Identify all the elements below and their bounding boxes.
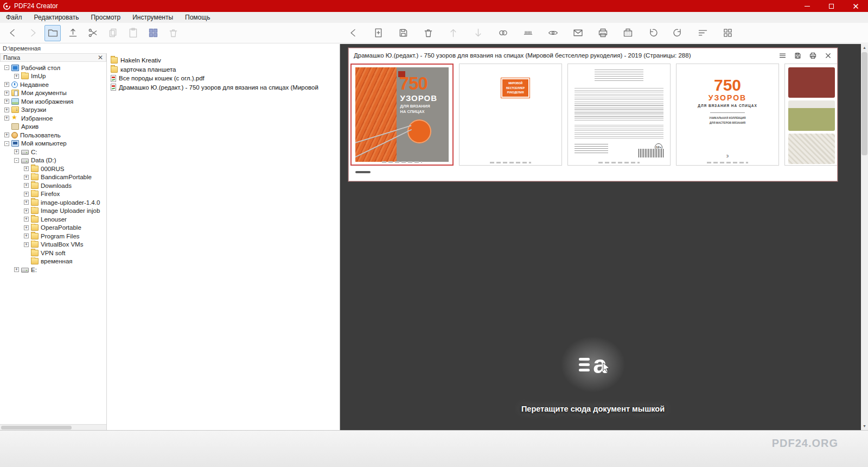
paste-button[interactable] (125, 25, 141, 41)
tree-expander-icon[interactable] (24, 192, 29, 197)
tree-expander-icon[interactable] (4, 82, 9, 87)
tree-item[interactable]: временная (0, 257, 106, 266)
page-thumbnail-1[interactable]: 750 УЗОРОВ ДЛЯ ВЯЗАНИЯ НА СПИЦАХ (350, 64, 454, 166)
menu-item[interactable]: Помощь (179, 12, 216, 23)
close-button[interactable]: ✕ (844, 0, 868, 12)
sort-button[interactable] (694, 25, 711, 41)
file-item[interactable]: Все породы кошек (с огл.).pdf (107, 74, 340, 83)
merge-button[interactable] (495, 25, 511, 41)
page-thumbnail-4[interactable]: 750 УЗОРОВ ДЛЯ ВЯЗАНИЯ НА СПИЦАХ УНИКАЛЬ… (676, 64, 779, 166)
preview-button[interactable] (545, 25, 561, 41)
tree-item[interactable]: VirtualBox VMs (0, 241, 106, 249)
tree-item[interactable]: Image Uploader injob (0, 207, 106, 216)
grid-view-button[interactable] (719, 25, 736, 41)
doc-back-button[interactable] (345, 25, 361, 41)
scrollbar-thumb[interactable] (861, 52, 867, 155)
tree-expander-icon[interactable] (14, 267, 19, 272)
menu-item[interactable]: Файл (0, 12, 28, 23)
menu-icon[interactable] (778, 52, 787, 60)
tree-expander-icon[interactable] (4, 141, 9, 146)
tree-expander-icon[interactable] (24, 217, 29, 222)
tree-item[interactable]: Data (D:) (0, 156, 106, 165)
move-up-button[interactable] (445, 25, 461, 41)
tree-item[interactable]: Program Files (0, 232, 106, 241)
tree-item[interactable]: BandicamPortable (0, 173, 106, 182)
tree-item[interactable]: Firefox (0, 190, 106, 199)
scroll-up-arrow-icon[interactable]: ▲ (861, 44, 868, 52)
tree-item[interactable]: ImUp (0, 72, 106, 81)
save-icon[interactable] (794, 52, 802, 60)
page-thumbnail-5[interactable] (784, 64, 837, 166)
tree-item[interactable]: Недавнее (0, 80, 106, 89)
tree-item[interactable]: Мой компьютер (0, 140, 106, 148)
tree-item[interactable]: OperaPortable (0, 224, 106, 232)
back-button[interactable] (4, 25, 21, 41)
menu-item[interactable]: Редактировать (28, 12, 85, 23)
save-button[interactable] (395, 25, 411, 41)
print-button[interactable] (595, 25, 611, 41)
tree-item[interactable]: Избранное (0, 114, 106, 123)
tree-item[interactable]: Мои документы (0, 89, 106, 98)
split-button[interactable] (520, 25, 536, 41)
file-item[interactable]: карточка планшета (107, 65, 340, 74)
pages-horizontal-scrollbar[interactable] (349, 167, 837, 178)
minimize-button[interactable] (795, 0, 819, 12)
scrollbar-thumb[interactable] (1, 426, 72, 430)
print-icon[interactable] (809, 52, 817, 60)
tree-item[interactable]: Архив (0, 123, 106, 131)
tree-expander-icon[interactable] (4, 108, 9, 112)
scroll-down-arrow-icon[interactable]: ▼ (861, 422, 868, 430)
rotate-right-button[interactable] (669, 25, 686, 41)
tree-expander-icon[interactable] (24, 200, 29, 205)
tree-expander-icon[interactable] (4, 65, 9, 70)
tree-item[interactable]: Downloads (0, 181, 106, 190)
fax-button[interactable] (620, 25, 636, 41)
close-icon[interactable] (824, 52, 832, 60)
drop-zone[interactable]: a Перетащите сюда документ мышкой (348, 336, 838, 413)
page-thumbnail-2[interactable]: МИРОВОЙ БЕСТСЕЛЛЕР РУКОДЕЛИЯ (459, 64, 562, 166)
upload-button[interactable] (65, 25, 81, 41)
email-button[interactable] (570, 25, 586, 41)
tree-expander-icon[interactable] (4, 132, 9, 137)
forward-button[interactable] (24, 25, 41, 41)
delete-button[interactable] (165, 25, 181, 41)
tree-expander-icon[interactable] (14, 149, 19, 154)
doc-delete-button[interactable] (420, 25, 436, 41)
tree-pane-close-icon[interactable]: ✕ (98, 54, 103, 61)
tree-expander-icon[interactable] (4, 116, 9, 121)
tree-horizontal-scrollbar[interactable] (0, 424, 106, 430)
tree-item[interactable]: Пользователь (0, 131, 106, 140)
vertical-scrollbar[interactable]: ▲ ▼ (861, 44, 868, 430)
tree-item[interactable]: E: (0, 266, 106, 274)
tree-item[interactable]: image-uploader-1.4.0 (0, 198, 106, 207)
tree-item[interactable]: VPN soft (0, 249, 106, 257)
file-item[interactable]: Hakeln Kreativ (107, 56, 340, 65)
tree-expander-icon[interactable] (14, 158, 19, 163)
tree-expander-icon[interactable] (24, 166, 29, 171)
menu-item[interactable]: Инструменты (126, 12, 179, 23)
copy-button[interactable] (105, 25, 121, 41)
page-thumbnail-3[interactable]: 12+ (567, 64, 671, 166)
tree-expander-icon[interactable] (24, 242, 29, 247)
tree-item[interactable]: 000RUS (0, 165, 106, 173)
tree-expander-icon[interactable] (24, 234, 29, 238)
add-page-button[interactable] (370, 25, 386, 41)
tree-item[interactable]: Мои изображения (0, 97, 106, 106)
menu-item[interactable]: Просмотр (85, 12, 126, 23)
rotate-left-button[interactable] (644, 25, 661, 41)
tree-expander-icon[interactable] (24, 175, 29, 180)
move-down-button[interactable] (470, 25, 486, 41)
file-item[interactable]: Драмашко Ю.(редакт.) - 750 узоров для вя… (107, 83, 340, 92)
cut-button[interactable] (85, 25, 101, 41)
tree-item[interactable]: Рабочий стол (0, 64, 106, 72)
tree-expander-icon[interactable] (24, 183, 29, 188)
tree-item[interactable]: Lenouser (0, 215, 106, 224)
tree-expander-icon[interactable] (14, 74, 19, 79)
tree-item[interactable]: C: (0, 148, 106, 156)
tree-expander-icon[interactable] (4, 91, 9, 96)
tree-expander-icon[interactable] (24, 209, 29, 213)
maximize-button[interactable] (819, 0, 844, 12)
tree-expander-icon[interactable] (24, 225, 29, 230)
scrollbar-thumb[interactable] (355, 171, 371, 173)
tree-item[interactable]: Загрузки (0, 106, 106, 115)
